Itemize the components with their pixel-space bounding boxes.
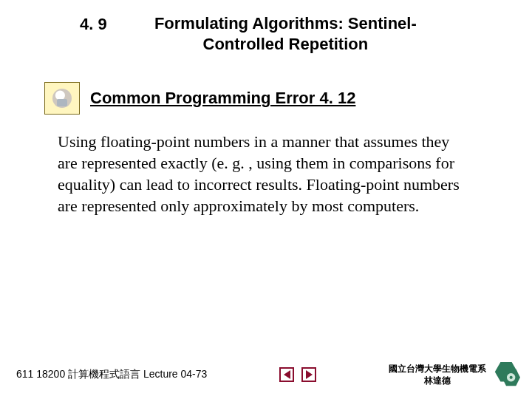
section-title-line-1: Formulating Algorithms: Sentinel- <box>154 14 417 33</box>
bug-icon <box>44 82 80 115</box>
footer-left-text: 611 18200 計算機程式語言 Lecture 04-73 <box>16 368 207 381</box>
body-text: Using floating-point numbers in a manner… <box>58 131 466 216</box>
tip-header: Common Programming Error 4. 12 <box>44 82 532 115</box>
slide-footer: 611 18200 計算機程式語言 Lecture 04-73 國立台灣大學生物… <box>0 361 532 389</box>
next-slide-button[interactable] <box>301 367 316 382</box>
nav-controls <box>207 367 389 382</box>
footer-affiliation-line-1: 國立台灣大學生物機電系 <box>389 363 486 375</box>
right-arrow-icon <box>306 370 313 379</box>
footer-affiliation-line-2: 林達德 <box>389 375 486 386</box>
section-title: Formulating Algorithms: Sentinel- Contro… <box>120 13 480 54</box>
prev-slide-button[interactable] <box>279 367 294 382</box>
footer-right: 國立台灣大學生物機電系 林達德 <box>389 361 520 389</box>
section-title-line-2: Controlled Repetition <box>203 35 369 53</box>
footer-affiliation: 國立台灣大學生物機電系 林達德 <box>389 363 486 386</box>
left-arrow-icon <box>284 370 290 379</box>
svg-point-3 <box>510 376 513 379</box>
section-number: 4. 9 <box>52 13 107 54</box>
hex-logo-icon <box>492 361 520 389</box>
slide-heading: 4. 9 Formulating Algorithms: Sentinel- C… <box>0 0 532 54</box>
tip-title: Common Programming Error 4. 12 <box>90 89 355 108</box>
